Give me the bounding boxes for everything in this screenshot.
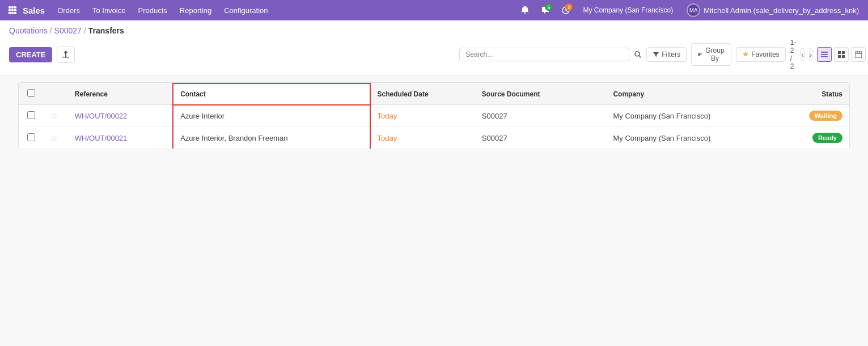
svg-rect-16 [821, 54, 828, 55]
favorites-button[interactable]: Favorites [736, 47, 785, 62]
row1-reference-link[interactable]: WH/OUT/00022 [75, 112, 127, 120]
svg-rect-2 [14, 6, 16, 9]
svg-rect-14 [698, 55, 700, 56]
menu-to-invoice[interactable]: To Invoice [87, 4, 132, 17]
chat-badge: 5 [545, 3, 552, 11]
menu-products[interactable]: Products [132, 4, 172, 17]
kanban-view-button[interactable] [834, 47, 849, 62]
calendar-view-button[interactable] [851, 47, 866, 62]
contact-column-header[interactable]: Contact [173, 83, 370, 105]
chat-icon[interactable]: 5 [537, 2, 553, 18]
user-menu[interactable]: MA Mitchell Admin (sale_delivery_by_addr… [682, 1, 863, 19]
svg-rect-22 [855, 51, 862, 58]
row1-date-value: Today [378, 112, 397, 120]
search-icon[interactable] [634, 48, 642, 61]
row1-date-cell: Today [370, 105, 475, 127]
row1-source-value: S00027 [482, 112, 507, 120]
create-button[interactable]: CREATE [9, 47, 52, 62]
table-row: ☆ WH/OUT/00021 Azure Interior, Brandon F… [19, 127, 849, 149]
row2-company-cell: My Company (San Francisco) [606, 127, 770, 149]
row2-contact-cell[interactable]: Azure Interior, Brandon Freeman [173, 127, 370, 149]
list-view-button[interactable] [817, 47, 832, 62]
company-column-header[interactable]: Company [606, 83, 770, 105]
svg-rect-13 [698, 54, 701, 54]
row1-checkbox-cell[interactable] [19, 105, 44, 127]
svg-rect-20 [838, 55, 841, 58]
next-page-button[interactable]: › [809, 48, 812, 61]
row2-date-value: Today [378, 134, 397, 142]
filters-button[interactable]: Filters [646, 47, 687, 62]
row2-date-cell: Today [370, 127, 475, 149]
svg-rect-12 [698, 53, 702, 53]
select-all-input[interactable] [27, 89, 35, 97]
svg-rect-17 [821, 56, 828, 57]
company-name[interactable]: My Company (San Francisco) [578, 4, 678, 16]
row2-status-cell: Ready [770, 127, 849, 149]
svg-rect-18 [838, 51, 841, 54]
breadcrumb: Quotations / S00027 / Transfers [0, 20, 868, 39]
row2-reference-link[interactable]: WH/OUT/00021 [75, 134, 127, 142]
transfers-table: Reference Contact Scheduled Date Source … [18, 82, 850, 149]
svg-rect-10 [62, 57, 69, 58]
menu-orders[interactable]: Orders [52, 4, 86, 17]
svg-rect-4 [11, 9, 14, 11]
row2-reference-cell[interactable]: WH/OUT/00021 [68, 127, 173, 149]
svg-rect-3 [9, 9, 11, 11]
svg-rect-6 [9, 12, 11, 14]
status-column-header[interactable]: Status [770, 83, 849, 105]
row1-status-cell: Waiting [770, 105, 849, 127]
row2-contact-value: Azure Interior, Brandon Freeman [180, 134, 287, 142]
row1-checkbox[interactable] [27, 111, 35, 119]
breadcrumb-s00027[interactable]: S00027 [54, 26, 82, 35]
menu-reporting[interactable]: Reporting [174, 4, 217, 17]
table-row: ☆ WH/OUT/00022 Azure Interior Today S000… [19, 105, 849, 127]
app-name[interactable]: Sales [23, 6, 45, 15]
clock-badge: 2 [565, 3, 573, 11]
svg-rect-5 [14, 9, 16, 11]
group-by-button[interactable]: Group By [691, 43, 731, 66]
filter-controls: Filters Group By Favorites 1-2 / 2 ‹ › [459, 39, 859, 70]
empty-content-area [0, 149, 868, 346]
row2-source-cell: S00027 [475, 127, 607, 149]
scheduled-date-column-header[interactable]: Scheduled Date [370, 83, 475, 105]
top-menu: Orders To Invoice Products Reporting Con… [52, 4, 515, 17]
svg-rect-19 [842, 51, 845, 54]
view-toggles [817, 47, 866, 62]
svg-rect-1 [11, 6, 14, 9]
search-input[interactable] [459, 48, 629, 61]
app-grid-icon[interactable] [5, 2, 20, 18]
source-document-column-header[interactable]: Source Document [475, 83, 607, 105]
row1-company-value: My Company (San Francisco) [613, 112, 710, 120]
upload-button[interactable] [57, 47, 75, 63]
prev-page-button[interactable]: ‹ [801, 48, 804, 61]
svg-rect-7 [11, 12, 14, 14]
row1-reference-cell[interactable]: WH/OUT/00022 [68, 105, 173, 127]
top-navigation: Sales Orders To Invoice Products Reporti… [0, 0, 868, 20]
user-name: Mitchell Admin (sale_delivery_by_address… [704, 6, 859, 15]
row1-contact-cell[interactable]: Azure Interior [173, 105, 370, 127]
row2-star-cell[interactable]: ☆ [44, 127, 68, 149]
star-column-header [44, 83, 68, 105]
breadcrumb-transfers: Transfers [88, 26, 124, 35]
menu-configuration[interactable]: Configuration [218, 4, 273, 17]
svg-rect-0 [9, 6, 11, 9]
user-avatar: MA [687, 3, 700, 17]
pagination-info: 1-2 / 2 [790, 39, 797, 70]
clock-icon[interactable]: 2 [558, 2, 574, 18]
breadcrumb-quotations[interactable]: Quotations [9, 26, 48, 35]
reference-column-header[interactable]: Reference [68, 83, 173, 105]
row2-checkbox[interactable] [27, 133, 35, 141]
row1-company-cell: My Company (San Francisco) [606, 105, 770, 127]
row1-star-icon[interactable]: ☆ [50, 111, 58, 120]
select-all-checkbox[interactable] [19, 83, 44, 105]
topnav-right-actions: 5 2 My Company (San Francisco) MA Mitche… [517, 1, 863, 19]
row2-company-value: My Company (San Francisco) [613, 134, 710, 142]
row2-star-icon[interactable]: ☆ [50, 133, 58, 142]
bell-icon[interactable] [517, 2, 533, 18]
row1-contact-value: Azure Interior [180, 112, 225, 120]
row2-checkbox-cell[interactable] [19, 127, 44, 149]
svg-rect-15 [821, 52, 828, 53]
row1-star-cell[interactable]: ☆ [44, 105, 68, 127]
row1-status-badge: Waiting [809, 111, 842, 121]
svg-rect-21 [842, 55, 845, 58]
